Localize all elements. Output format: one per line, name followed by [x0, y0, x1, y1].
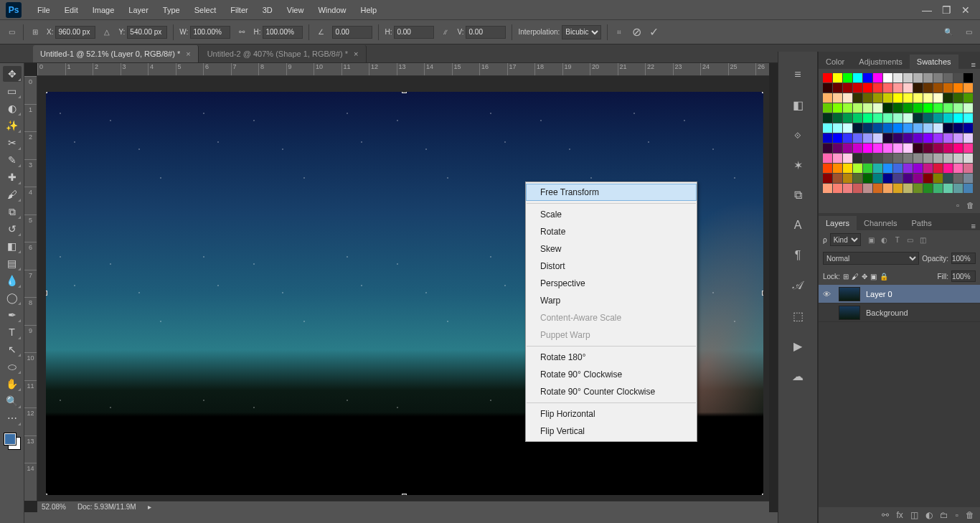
swatch[interactable]	[823, 73, 832, 83]
y-input[interactable]	[127, 26, 167, 39]
interpolation-select[interactable]: Bicubic	[562, 25, 601, 39]
swatch[interactable]	[903, 133, 913, 143]
swatch[interactable]	[853, 123, 862, 133]
swatch[interactable]	[853, 154, 862, 163]
ctx-rotate-180-[interactable]: Rotate 180°	[526, 349, 697, 366]
swatch[interactable]	[883, 154, 892, 163]
swatch[interactable]	[873, 73, 882, 83]
character-panel-icon[interactable]: A	[789, 217, 806, 234]
lock-image-icon[interactable]: 🖌	[852, 273, 859, 281]
swatch[interactable]	[873, 123, 882, 133]
swatch[interactable]	[823, 143, 832, 153]
layer-mask-icon[interactable]: ◫	[910, 510, 918, 520]
swatch[interactable]	[923, 73, 933, 83]
commit-transform-button[interactable]: ✓	[648, 27, 659, 38]
menu-file[interactable]: File	[30, 3, 57, 17]
ctx-rotate-90-counter-clockwise[interactable]: Rotate 90° Counter Clockwise	[526, 383, 697, 400]
swatch[interactable]	[943, 83, 953, 93]
swatch[interactable]	[923, 133, 933, 143]
delta-icon[interactable]: △	[101, 27, 113, 38]
swatch[interactable]	[843, 83, 852, 93]
swatch[interactable]	[943, 174, 953, 183]
swatch[interactable]	[933, 73, 943, 83]
tab-close-icon[interactable]: ×	[354, 50, 358, 58]
swatch[interactable]	[853, 164, 862, 173]
eyedropper-tool[interactable]: ✎	[3, 152, 22, 168]
swatch[interactable]	[883, 123, 892, 133]
swatch[interactable]	[853, 103, 862, 113]
swatch[interactable]	[953, 83, 963, 93]
swatch[interactable]	[893, 73, 903, 83]
swatch[interactable]	[843, 174, 852, 183]
swatch[interactable]	[873, 164, 882, 173]
filter-shape-icon[interactable]: ▭	[905, 235, 915, 245]
swatch[interactable]	[913, 123, 923, 133]
skew-v-input[interactable]	[466, 26, 506, 39]
menu-3d[interactable]: 3D	[255, 3, 280, 17]
menu-type[interactable]: Type	[156, 3, 187, 17]
cancel-transform-button[interactable]: ⊘	[631, 27, 642, 38]
healing-brush-tool[interactable]: ✚	[3, 169, 22, 185]
ctx-scale[interactable]: Scale	[526, 206, 697, 223]
swatch[interactable]	[903, 164, 913, 173]
swatch[interactable]	[923, 113, 933, 123]
brush-tool[interactable]: 🖌	[3, 187, 22, 202]
new-swatch-icon[interactable]: ▫	[956, 201, 959, 209]
swatch[interactable]	[963, 73, 973, 83]
clone-stamp-tool[interactable]: ⧉	[3, 204, 22, 220]
swatch[interactable]	[883, 143, 892, 153]
swatch[interactable]	[933, 123, 943, 133]
swatch[interactable]	[833, 154, 842, 163]
swatch[interactable]	[963, 174, 973, 183]
swatch[interactable]	[833, 93, 842, 103]
timeline-panel-icon[interactable]: ▶	[789, 337, 806, 354]
document-tab[interactable]: Untitled-2 @ 407% (Shape 1, RGB/8#) *×	[200, 45, 367, 62]
swatch[interactable]	[903, 103, 913, 113]
swatch[interactable]	[943, 133, 953, 143]
swatch[interactable]	[903, 83, 913, 93]
swatch[interactable]	[943, 184, 953, 193]
swatch[interactable]	[923, 174, 933, 183]
delete-swatch-icon[interactable]: 🗑	[966, 201, 974, 209]
color-swatches[interactable]	[4, 433, 20, 449]
filter-type-layer-icon[interactable]: T	[892, 235, 903, 245]
glyphs-panel-icon[interactable]: 𝒜	[789, 277, 806, 294]
lasso-tool[interactable]: ◐	[3, 100, 22, 116]
swatch[interactable]	[843, 133, 852, 143]
brushes-panel-icon[interactable]: ⟐	[789, 126, 806, 143]
swatch[interactable]	[963, 164, 973, 173]
swatch[interactable]	[963, 133, 973, 143]
menu-view[interactable]: View	[280, 3, 311, 17]
panel-tab-channels[interactable]: Channels	[857, 216, 904, 230]
ctx-flip-horizontal[interactable]: Flip Horizontal	[526, 405, 697, 423]
swatch[interactable]	[883, 73, 892, 83]
swatch[interactable]	[923, 83, 933, 93]
swatch[interactable]	[923, 93, 933, 103]
swatch[interactable]	[833, 184, 842, 193]
swatch[interactable]	[883, 113, 892, 123]
panel-menu-icon[interactable]: ≡	[967, 60, 980, 69]
swatch[interactable]	[943, 123, 953, 133]
ctx-warp[interactable]: Warp	[526, 292, 697, 309]
gradient-tool[interactable]: ▤	[3, 255, 22, 271]
swatch[interactable]	[913, 184, 923, 193]
swatch[interactable]	[853, 83, 862, 93]
swatch[interactable]	[873, 133, 882, 143]
filter-smart-icon[interactable]: ◫	[918, 235, 928, 245]
swatch[interactable]	[853, 73, 862, 83]
panel-tab-color[interactable]: Color	[819, 55, 852, 69]
swatch[interactable]	[863, 123, 872, 133]
swatch[interactable]	[843, 164, 852, 173]
swatch[interactable]	[853, 143, 862, 153]
swatch[interactable]	[953, 73, 963, 83]
swatch[interactable]	[883, 103, 892, 113]
swatch[interactable]	[893, 184, 903, 193]
ctx-rotate-90-clockwise[interactable]: Rotate 90° Clockwise	[526, 366, 697, 383]
opacity-input[interactable]	[951, 253, 976, 264]
swatch[interactable]	[953, 143, 963, 153]
menu-edit[interactable]: Edit	[57, 3, 85, 17]
swatch[interactable]	[863, 113, 872, 123]
w-input[interactable]	[190, 26, 230, 39]
swatch[interactable]	[943, 154, 953, 163]
swatch[interactable]	[823, 133, 832, 143]
